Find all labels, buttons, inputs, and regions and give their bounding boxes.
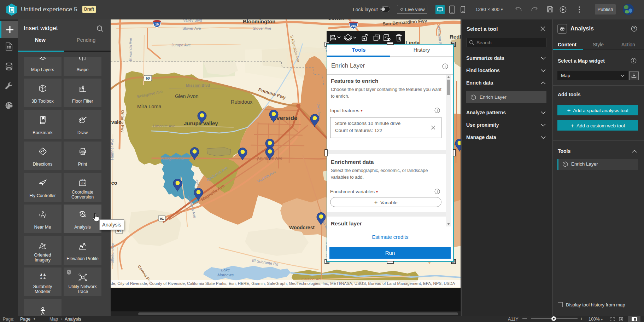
svg-text:123: 123: [80, 182, 85, 185]
svg-text:Mission Blvd: Mission Blvd: [186, 83, 210, 87]
svg-text:Etiwanda Ave: Etiwanda Ave: [128, 38, 133, 61]
svg-text:Redlands: Redlands: [450, 34, 461, 40]
svg-text:91: 91: [160, 217, 164, 220]
svg-text:Bloomington: Bloomington: [243, 19, 275, 24]
svg-text:Limonite Ave: Limonite Ave: [153, 124, 175, 128]
svg-text:Ontario Fwy: Ontario Fwy: [121, 110, 125, 133]
svg-text:10: 10: [155, 23, 159, 26]
svg-text:Slover Ave: Slover Ave: [253, 26, 271, 30]
svg-text:Woodcrest: Woodcrest: [289, 225, 315, 230]
svg-text:tvale: tvale: [111, 119, 121, 125]
svg-text:0: 0: [41, 273, 42, 276]
svg-text:0: 0: [41, 276, 42, 279]
svg-text:Slover Ave: Slover Ave: [182, 26, 201, 30]
svg-text:Hamner Ave: Hamner Ave: [111, 139, 114, 160]
svg-text:60: 60: [146, 76, 150, 80]
svg-text:Glen Avon: Glen Avon: [175, 93, 199, 99]
svg-text:Valley Blvd: Valley Blvd: [183, 19, 202, 22]
svg-text:Mathews: Mathews: [217, 273, 234, 277]
svg-text:XYZ: XYZ: [80, 179, 85, 181]
svg-text:Colton: Colton: [328, 19, 344, 21]
svg-text:Arlington Ave: Arlington Ave: [161, 156, 184, 161]
svg-text:Jurupa Ave: Jurupa Ave: [171, 43, 191, 47]
svg-text:Rubidoux: Rubidoux: [231, 99, 253, 105]
svg-text:9: 9: [44, 276, 45, 279]
svg-text:Lake: Lake: [221, 268, 230, 272]
svg-text:rco: rco: [111, 180, 117, 186]
svg-text:9: 9: [44, 273, 45, 276]
svg-text:215: 215: [351, 24, 356, 28]
svg-text:?: ?: [633, 27, 635, 31]
svg-text:Mira Loma: Mira Loma: [137, 104, 162, 109]
